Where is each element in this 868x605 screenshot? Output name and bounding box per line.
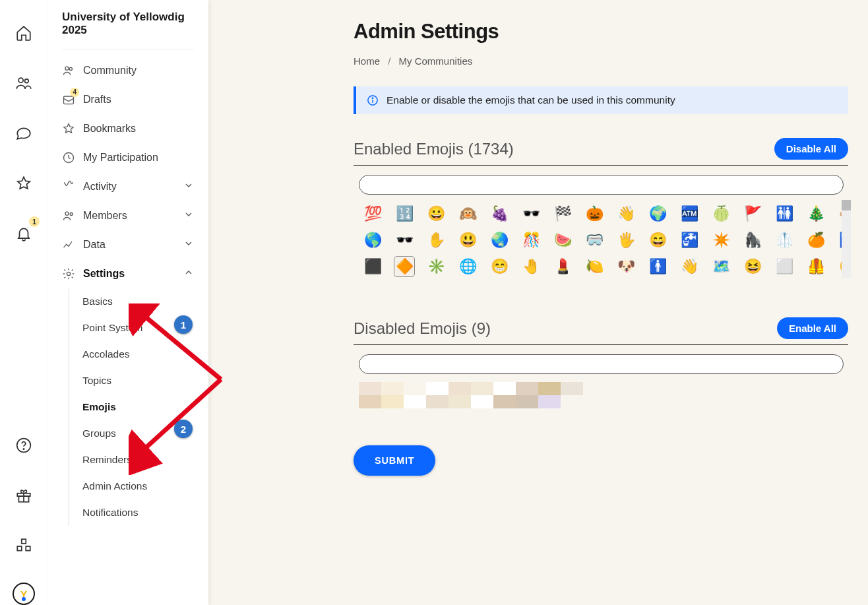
disabled-emoji-swatch[interactable] (516, 395, 538, 408)
submit-button[interactable]: SUBMIT (354, 445, 435, 476)
emoji-cell[interactable]: 🕶️ (394, 230, 414, 250)
sub-item-emojis[interactable]: Emojis (82, 394, 194, 420)
emoji-cell[interactable]: 💯 (363, 204, 383, 224)
emoji-cell[interactable]: 🙉 (458, 204, 478, 224)
emoji-cell[interactable]: ⬛ (363, 257, 383, 276)
emoji-cell[interactable]: 🚻 (774, 204, 794, 224)
enabled-emoji-grid[interactable]: 💯🔢😀🙉🍇🕶️🏁🎃👋🌍🏧🍈🚩🚻🎄🐵🌎🕶️✋😃🌏🎊🍉🥽🖐️😄🚰✴️🦍🥼🍊♿⬛🔶✳️… (359, 200, 851, 288)
sidebar-item-activity[interactable]: Activity (62, 172, 194, 201)
help-icon[interactable] (11, 432, 37, 459)
people-icon[interactable] (11, 70, 37, 96)
emoji-cell[interactable]: 🍉 (553, 230, 573, 250)
disabled-emoji-swatch[interactable] (359, 382, 381, 395)
disabled-emoji-swatch[interactable] (471, 382, 493, 395)
emoji-cell[interactable]: 🍊 (806, 230, 826, 250)
sub-item-basics[interactable]: Basics (82, 288, 194, 315)
star-icon[interactable] (11, 170, 37, 197)
disabled-emoji-swatch[interactable] (359, 395, 381, 408)
apps-icon[interactable] (11, 532, 37, 559)
emoji-cell[interactable]: 🍋 (584, 257, 604, 276)
sidebar-item-drafts[interactable]: 4 Drafts (62, 85, 194, 114)
avatar[interactable]: Y (13, 583, 35, 605)
emoji-cell[interactable]: 😀 (426, 204, 446, 224)
emoji-cell[interactable]: 🚹 (648, 257, 667, 276)
emoji-cell[interactable]: 🔶 (394, 257, 414, 276)
disabled-emoji-swatch[interactable] (516, 382, 538, 395)
emoji-cell[interactable]: 😆 (743, 257, 762, 276)
emoji-cell[interactable]: ✴️ (711, 230, 731, 250)
emoji-cell[interactable]: 🏧 (679, 204, 699, 224)
emoji-cell[interactable]: 🎊 (521, 230, 541, 250)
enabled-emoji-search[interactable] (359, 175, 844, 195)
sub-item-accolades[interactable]: Accolades (82, 341, 194, 367)
disabled-emoji-swatch[interactable] (449, 382, 471, 395)
emoji-cell[interactable]: 🏁 (553, 204, 573, 224)
disabled-emoji-swatch[interactable] (538, 382, 561, 395)
emoji-cell[interactable]: 😁 (489, 257, 509, 276)
disabled-emoji-search[interactable] (359, 354, 844, 374)
emoji-cell[interactable]: 🐶 (616, 257, 636, 276)
chat-icon[interactable] (11, 120, 37, 146)
sidebar-item-label: Settings (83, 268, 125, 280)
emoji-cell[interactable]: 🌏 (489, 230, 509, 250)
emoji-cell[interactable]: 🌎 (363, 230, 383, 250)
disabled-emoji-grid[interactable] (359, 382, 848, 408)
sub-item-topics[interactable]: Topics (82, 367, 194, 394)
disabled-emoji-swatch[interactable] (471, 395, 493, 408)
scrollbar-track[interactable] (842, 200, 851, 278)
emoji-cell[interactable]: 🔢 (394, 204, 414, 224)
emoji-cell[interactable]: 😄 (648, 230, 667, 250)
emoji-cell[interactable]: 🎃 (584, 204, 604, 224)
disabled-emoji-swatch[interactable] (561, 382, 583, 395)
disable-all-button[interactable]: Disable All (774, 138, 848, 160)
emoji-cell[interactable]: 🕶️ (521, 204, 541, 224)
emoji-cell[interactable]: 🦺 (806, 257, 826, 276)
emoji-cell[interactable]: 👋 (679, 257, 699, 276)
emoji-cell[interactable]: ✳️ (426, 257, 446, 276)
emoji-cell[interactable]: 👋 (616, 204, 636, 224)
emoji-cell[interactable]: ✋ (426, 230, 446, 250)
sidebar-item-members[interactable]: Members (62, 201, 194, 230)
disabled-emoji-swatch[interactable] (426, 395, 449, 408)
disabled-emoji-swatch[interactable] (404, 382, 426, 395)
emoji-cell[interactable]: 🥼 (774, 230, 794, 250)
emoji-cell[interactable]: 🗺️ (711, 257, 731, 276)
emoji-cell[interactable]: 🚩 (743, 204, 762, 224)
disabled-emoji-swatch[interactable] (449, 395, 471, 408)
disabled-emoji-swatch[interactable] (426, 382, 449, 395)
sub-item-admin-actions[interactable]: Admin Actions (82, 473, 194, 499)
annotation-marker-1: 1 (174, 315, 193, 334)
disabled-emoji-swatch[interactable] (493, 395, 516, 408)
emoji-cell[interactable]: 🦍 (743, 230, 762, 250)
disabled-emoji-swatch[interactable] (538, 395, 561, 408)
sidebar-item-community[interactable]: Community (62, 56, 194, 85)
emoji-cell[interactable]: 🌐 (458, 257, 478, 276)
emoji-cell[interactable]: 😃 (458, 230, 478, 250)
emoji-cell[interactable]: 🚰 (679, 230, 699, 250)
gift-icon[interactable] (11, 482, 37, 509)
bell-icon[interactable]: 1 (11, 220, 37, 247)
home-icon[interactable] (11, 20, 37, 46)
emoji-cell[interactable]: 🍇 (489, 204, 509, 224)
sub-item-reminders[interactable]: Reminders (82, 447, 194, 473)
disabled-emoji-swatch[interactable] (381, 395, 404, 408)
emoji-cell[interactable]: 🥽 (584, 230, 604, 250)
emoji-cell[interactable]: 🖐️ (616, 230, 636, 250)
sidebar-item-bookmarks[interactable]: Bookmarks (62, 114, 194, 143)
sidebar-item-participation[interactable]: My Participation (62, 143, 194, 172)
emoji-cell[interactable]: 🌍 (648, 204, 667, 224)
emoji-cell[interactable]: 🎄 (806, 204, 826, 224)
breadcrumb-home[interactable]: Home (354, 55, 380, 67)
emoji-cell[interactable]: 🤚 (521, 257, 541, 276)
enable-all-button[interactable]: Enable All (777, 317, 848, 339)
disabled-emoji-swatch[interactable] (493, 382, 516, 395)
sidebar-item-settings[interactable]: Settings (62, 259, 194, 288)
disabled-emoji-swatch[interactable] (381, 382, 404, 395)
sidebar-item-data[interactable]: Data (62, 230, 194, 259)
scrollbar-thumb[interactable] (842, 200, 851, 210)
disabled-emoji-swatch[interactable] (404, 395, 426, 408)
emoji-cell[interactable]: ⬜ (774, 257, 794, 276)
sub-item-notifications[interactable]: Notifications (82, 499, 194, 526)
emoji-cell[interactable]: 🍈 (711, 204, 731, 224)
emoji-cell[interactable]: 💄 (553, 257, 573, 276)
